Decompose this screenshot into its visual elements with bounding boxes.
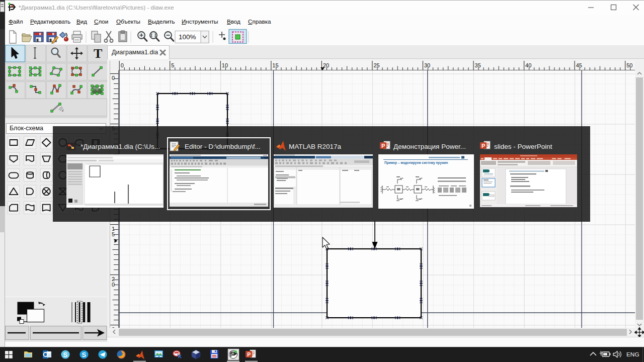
svg-text:15: 15	[272, 62, 278, 68]
svg-text:P: P	[481, 143, 485, 149]
svg-text:0: 0	[112, 75, 115, 81]
svg-text:0: 0	[112, 282, 115, 288]
svg-text:40: 40	[525, 62, 531, 68]
svg-text:45: 45	[576, 62, 582, 68]
svg-text:T: T	[94, 46, 102, 61]
svg-text:30: 30	[424, 62, 430, 68]
svg-text:50: 50	[626, 62, 632, 68]
svg-text:10: 10	[222, 62, 228, 68]
svg-text:25: 25	[373, 62, 379, 68]
svg-text:P: P	[381, 143, 385, 149]
svg-text:5: 5	[112, 231, 115, 237]
svg-text:5: 5	[171, 62, 174, 68]
svg-text:ENG: ENG	[626, 351, 639, 358]
svg-text:0: 0	[121, 62, 124, 68]
svg-text:P: P	[247, 351, 251, 357]
svg-text:100%: 100%	[179, 33, 196, 41]
svg-text:35: 35	[475, 62, 481, 68]
svg-text:S: S	[82, 351, 87, 358]
svg-text:Пример – моделируем систему пр: Пример – моделируем систему пружин	[384, 161, 448, 165]
svg-text:S: S	[63, 351, 68, 358]
